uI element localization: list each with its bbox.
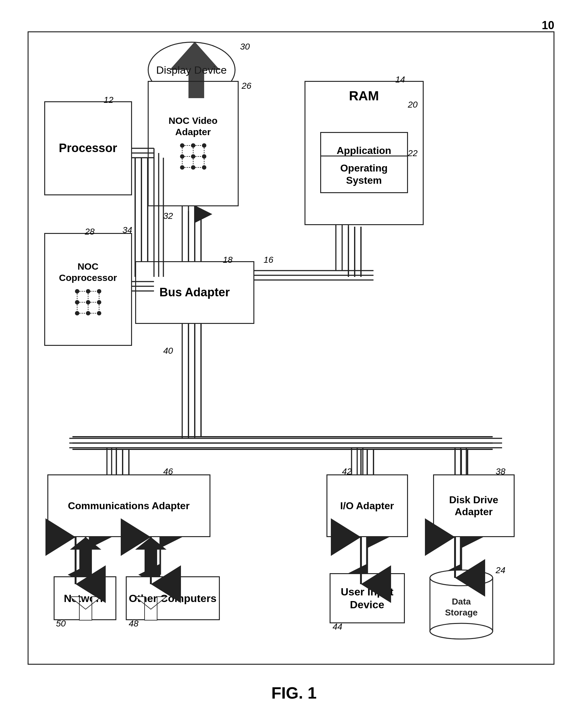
- noc-grid-video: [177, 141, 209, 172]
- ref-network: 50: [56, 619, 66, 629]
- figure-caption: FIG. 1: [271, 684, 316, 703]
- ref-noc-video: 26: [242, 81, 252, 91]
- noc-video-adapter: NOC VideoAdapter: [148, 81, 239, 206]
- arrow-user-input: [345, 534, 377, 590]
- figure-box: Display Device 30 NOC VideoAdapter: [27, 31, 554, 665]
- ref-bus-adapter: 18: [223, 255, 233, 265]
- io-adapter: I/O Adapter: [327, 474, 408, 537]
- ref-ram: 14: [396, 74, 405, 85]
- ref-display-device: 30: [240, 42, 250, 52]
- svg-point-57: [191, 154, 195, 159]
- ref-os: 22: [408, 148, 418, 158]
- noc-coprocessor: NOCCoprocessor: [44, 233, 132, 346]
- arrow-other-computers: [135, 534, 167, 590]
- svg-point-76: [97, 289, 101, 294]
- ref-noc-cop: 28: [85, 227, 95, 237]
- ref-16: 16: [264, 255, 273, 265]
- svg-point-74: [75, 289, 79, 294]
- svg-point-55: [202, 143, 206, 148]
- svg-point-56: [180, 154, 184, 159]
- svg-point-61: [202, 165, 206, 170]
- svg-point-75: [86, 289, 90, 294]
- svg-point-59: [180, 165, 184, 170]
- ref-data-storage: 24: [496, 565, 505, 575]
- processor: Processor: [44, 101, 132, 195]
- ref-disk-adapter: 38: [496, 467, 505, 477]
- operating-system-box: OperatingSystem: [320, 155, 408, 193]
- svg-point-60: [191, 165, 195, 170]
- svg-point-58: [202, 154, 206, 159]
- ref-application: 20: [408, 100, 418, 110]
- svg-point-53: [180, 143, 184, 148]
- ref-processor: 12: [104, 95, 113, 105]
- svg-text:Storage: Storage: [445, 608, 477, 618]
- svg-text:Data: Data: [451, 597, 471, 606]
- svg-point-78: [86, 300, 90, 304]
- svg-point-80: [75, 311, 79, 316]
- svg-point-54: [191, 143, 195, 148]
- svg-point-82: [97, 311, 101, 316]
- ref-40: 40: [163, 346, 173, 356]
- svg-point-81: [86, 311, 90, 316]
- ref-32: 32: [163, 211, 173, 221]
- ref-other-comp: 48: [129, 619, 139, 629]
- page-container: 10: [15, 13, 573, 703]
- ref-10: 10: [542, 19, 554, 32]
- arrow-data-storage: [439, 534, 471, 584]
- svg-point-85: [430, 623, 493, 639]
- ref-io-adapter: 42: [342, 467, 352, 477]
- ram: RAM Application OperatingSystem: [304, 81, 424, 225]
- communications-adapter: Communications Adapter: [47, 474, 210, 537]
- noc-grid-coprocessor: [72, 286, 104, 318]
- ref-user-input: 44: [333, 622, 342, 632]
- svg-point-79: [97, 300, 101, 304]
- arrow-network: [60, 534, 91, 590]
- disk-drive-adapter: Disk DriveAdapter: [433, 474, 514, 537]
- svg-point-77: [75, 300, 79, 304]
- ref-comm-adapter: 46: [163, 467, 173, 477]
- bus-adapter: Bus Adapter: [135, 261, 254, 324]
